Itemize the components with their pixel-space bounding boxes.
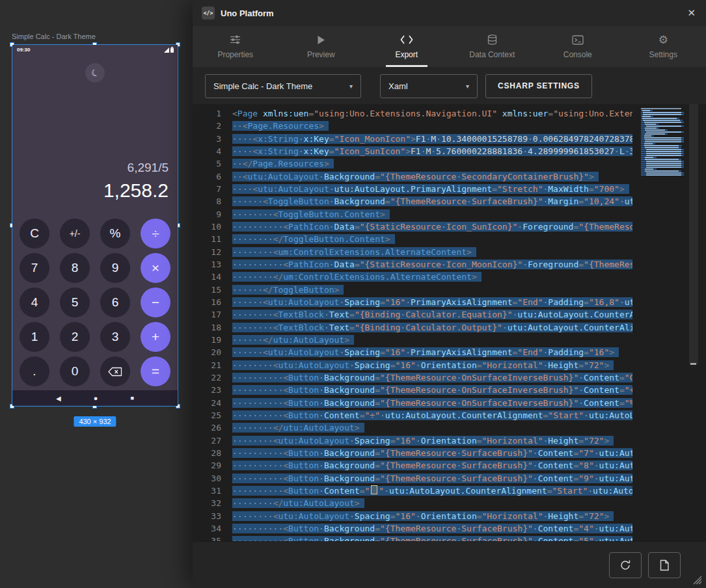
minimap[interactable] [641, 108, 688, 176]
code-line[interactable]: 33········<utu:AutoLayout·Spacing="16"·O… [193, 510, 632, 522]
code-line[interactable]: 23··········<Button·Background="{ThemeRe… [193, 384, 632, 396]
minimap-line [641, 133, 668, 135]
code-line[interactable]: 7····<utu:AutoLayout·utu:AutoLayout.Prim… [193, 183, 632, 195]
calc-key-2[interactable]: 2 [60, 322, 90, 352]
code-line[interactable]: 2··<Page.Resources> [193, 120, 632, 132]
minimap-line [641, 174, 684, 176]
code-line[interactable]: 21········<utu:AutoLayout·Spacing="16"·O… [193, 359, 632, 371]
code-line[interactable]: 17········<TextBlock·Text="{Binding·Calc… [193, 308, 632, 321]
minimap-line [641, 163, 684, 164]
code-line[interactable]: 4····<x:String·x:Key="Icon_SunIcon">F1·M… [193, 145, 632, 157]
minimap-line [641, 118, 679, 119]
titlebar[interactable]: </> Uno Platform ✕ [193, 0, 706, 26]
tab-label: Settings [649, 50, 677, 59]
calc-key-1[interactable]: 1 [20, 322, 49, 352]
artboard-size-badge: 430 × 932 [74, 416, 116, 427]
calc-key-8[interactable]: 8 [60, 253, 90, 283]
code-line[interactable]: 6··<utu:AutoLayout·Background="{ThemeRes… [193, 170, 632, 183]
tab-label: Properties [217, 50, 253, 59]
code-line[interactable]: 11········</ToggleButton.Content> [193, 233, 632, 245]
calc-key-9[interactable]: 9 [100, 253, 130, 283]
tab-settings[interactable]: ⚙ Settings [621, 26, 706, 67]
minimap-line [641, 135, 654, 137]
tab-preview[interactable]: Preview [278, 26, 364, 67]
resize-grip[interactable] [693, 576, 702, 585]
code-line[interactable]: 3····<x:String·x:Key="Icon_MoonIcon">F1·… [193, 133, 632, 145]
code-line[interactable]: 10··········<PathIcon·Data="{StaticResou… [193, 220, 632, 233]
line-number: 19 [193, 334, 232, 346]
minimap-line [641, 165, 684, 166]
code-line[interactable]: 26········</utu:AutoLayout> [193, 421, 632, 434]
code-line[interactable]: 5··</Page.Resources> [193, 157, 632, 170]
code-line[interactable]: 9········<ToggleButton.Content> [193, 208, 632, 220]
calc-key-6[interactable]: 6 [100, 287, 130, 317]
code-line[interactable]: 30··········<Button·Background="{ThemeRe… [193, 472, 632, 485]
code-line[interactable]: 8······<ToggleButton·Background="{ThemeR… [193, 195, 632, 207]
code-line[interactable]: 14········</um:ControlExtensions.Alterna… [193, 271, 632, 283]
calc-key-divide[interactable]: ÷ [141, 219, 170, 248]
nav-back-icon[interactable]: ◀ [56, 395, 61, 402]
calc-key-multiply[interactable]: × [141, 253, 170, 283]
minimap-line [641, 127, 659, 129]
code-line[interactable]: 13··········<PathIcon·Data="{StaticResou… [193, 258, 632, 271]
code-line[interactable]: 24··········<Button·Background="{ThemeRe… [193, 397, 632, 409]
minimap-line [641, 122, 684, 123]
code-line[interactable]: 29··········<Button·Background="{ThemeRe… [193, 459, 632, 472]
nav-recents-icon[interactable]: ■ [130, 395, 133, 401]
code-line[interactable]: 35··········<Button·Background="{ThemeRe… [193, 535, 632, 541]
code-line[interactable]: 34··········<Button·Background="{ThemeRe… [193, 522, 632, 535]
tab-console[interactable]: Console [535, 26, 621, 67]
refresh-icon [619, 559, 631, 571]
calc-key-decimal[interactable]: . [20, 356, 49, 386]
calc-key-minus[interactable]: − [141, 287, 170, 317]
calc-key-4[interactable]: 4 [20, 287, 49, 317]
android-navbar: ◀ ● ■ [12, 390, 178, 406]
calc-key-backspace[interactable] [100, 356, 130, 386]
calc-key-0[interactable]: 0 [60, 356, 90, 386]
code-line[interactable]: 16······<utu:AutoLayout·Spacing="16"·Pri… [193, 296, 632, 308]
scrollbar-thumb[interactable] [689, 104, 698, 364]
theme-toggle-button[interactable]: ☾ [85, 63, 105, 83]
export-file-button[interactable] [648, 552, 681, 578]
code-line[interactable]: 25··········<Button·Content="÷"·utu:Auto… [193, 409, 632, 421]
nav-home-icon[interactable]: ● [94, 394, 98, 402]
calc-key-3[interactable]: 3 [100, 322, 130, 352]
csharp-settings-button[interactable]: CSHARP SETTINGS [485, 74, 592, 98]
calc-key-plus[interactable]: + [141, 322, 170, 352]
vertical-scrollbar[interactable] [689, 104, 698, 541]
calc-key-7[interactable]: 7 [20, 253, 49, 283]
chevron-down-icon: ▾ [349, 83, 353, 90]
code-line[interactable]: 31··········<Button·Content=""·utu:AutoL… [193, 485, 632, 497]
calc-key-percent[interactable]: % [100, 219, 130, 248]
minimap-line [641, 139, 684, 140]
calc-key-5[interactable]: 5 [60, 287, 90, 317]
tab-export[interactable]: Export [364, 26, 450, 67]
code-line[interactable]: 19······</utu:AutoLayout> [193, 334, 632, 346]
refresh-button[interactable] [609, 552, 642, 578]
calc-equation: 6,291/5 [21, 161, 169, 175]
format-select[interactable]: Xaml ▾ [380, 74, 478, 98]
code-line[interactable]: 28··········<Button·Background="{ThemeRe… [193, 447, 632, 459]
code-line[interactable]: 15······</ToggleButton> [193, 284, 632, 296]
line-number: 4 [193, 145, 232, 157]
close-button[interactable]: ✕ [686, 5, 697, 21]
minimap-line [641, 126, 684, 127]
code-editor[interactable]: 1<Page xmlns:uen="using:Uno.Extensions.N… [193, 104, 706, 541]
tab-properties[interactable]: Properties [193, 26, 278, 67]
code-line[interactable]: 20······<utu:AutoLayout·Spacing="16"·Pri… [193, 346, 632, 358]
code-line[interactable]: 27········<utu:AutoLayout·Spacing="16"·O… [193, 434, 632, 447]
phone-preview-selection[interactable]: 09:30 ☾ 6,291/5 1,258.2 C+/-%÷789×456−12… [12, 44, 178, 407]
tabbar: Properties Preview Export [193, 26, 706, 68]
calc-key-plus-minus[interactable]: +/- [60, 219, 90, 248]
tab-data-context[interactable]: Data Context [450, 26, 536, 67]
line-number: 18 [193, 321, 232, 334]
play-icon [317, 34, 325, 46]
code-line[interactable]: 22··········<Button·Background="{ThemeRe… [193, 371, 632, 384]
code-line[interactable]: 32········</utu:AutoLayout> [193, 497, 632, 509]
code-line[interactable]: 1<Page xmlns:uen="using:Uno.Extensions.N… [193, 107, 632, 120]
calc-key-clear[interactable]: C [20, 219, 49, 248]
calc-key-equals[interactable]: = [141, 356, 170, 386]
page-select[interactable]: Simple Calc - Dark Theme ▾ [205, 74, 361, 98]
code-line[interactable]: 12········<um:ControlExtensions.Alternat… [193, 246, 632, 258]
code-line[interactable]: 18········<TextBlock·Text="{Binding·Calc… [193, 321, 632, 334]
